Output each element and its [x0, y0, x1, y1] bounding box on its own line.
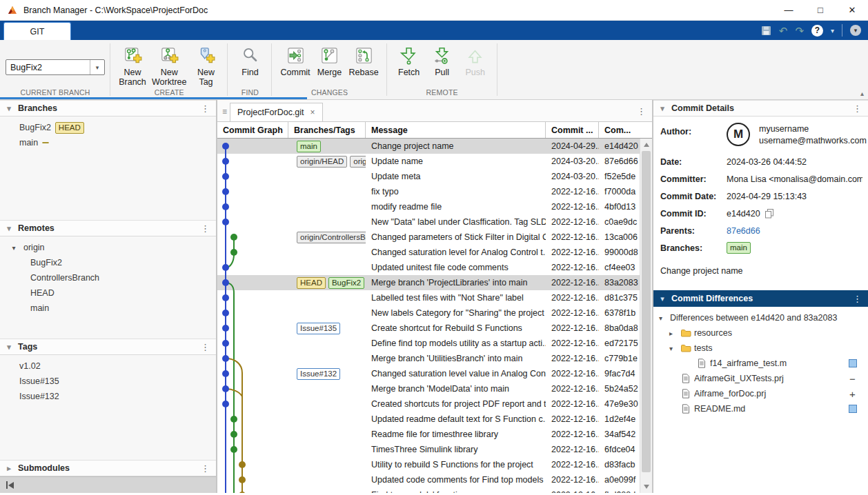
commit-row[interactable]: New "Data" label under Clasffication. Ta… [217, 214, 652, 230]
commit-differences-header[interactable]: ▾ Commit Differences ⋮ [653, 290, 868, 307]
diff-tree-item[interactable]: Differences between e14d420 and 83a2083 [653, 310, 868, 325]
toolstrip-button[interactable]: Commit [277, 43, 313, 77]
toolstrip-button[interactable]: Rebase [346, 43, 382, 77]
toolstrip-button[interactable]: New Branch [116, 43, 149, 87]
commit-row[interactable]: Merge branch 'ModelData' into main 2022-… [217, 381, 652, 396]
current-branch-combobox[interactable]: BugFix2 ▾ [6, 59, 105, 75]
kebab-menu-icon[interactable]: ⋮ [201, 103, 210, 114]
tab-git[interactable]: GIT [3, 22, 71, 40]
commit-row[interactable]: Updated readme default text for S Functi… [217, 412, 652, 427]
commit-row[interactable]: Merge branch 'UtilitiesBranch' into main… [217, 351, 652, 366]
commit-row[interactable]: TimesThree Simulink library 2022-12-16..… [217, 442, 652, 457]
close-tab-icon[interactable]: × [310, 108, 315, 117]
commit-row[interactable]: Find top models' function 2022-12-16... … [217, 487, 652, 493]
help-icon[interactable]: ? [811, 25, 823, 37]
column-header[interactable]: Com... [599, 122, 640, 138]
tag-item[interactable]: Issue#132 [0, 389, 216, 404]
commit-row[interactable]: modify readme file 2022-12-16... 4bf0d13 [217, 199, 652, 214]
vertical-scrollbar[interactable] [640, 139, 652, 493]
commit-row[interactable]: Issue#132 Changed saturation level value… [217, 366, 652, 381]
commit-row[interactable]: Updated unitest file code comments 2022-… [217, 260, 652, 275]
parent-commit-link[interactable]: 87e6d66 [727, 226, 760, 236]
document-list-icon[interactable]: ≡ [222, 107, 227, 117]
submodules-section-header[interactable]: ▸ Submodules ⋮ [0, 460, 216, 476]
scroll-down-arrow[interactable] [640, 481, 652, 492]
remote-branch-item[interactable]: ControllersBranch [0, 270, 216, 285]
commit-row[interactable]: Update meta 2024-03-20... f52e5de [217, 169, 652, 184]
combobox-dropdown-icon[interactable]: ▾ [90, 60, 104, 74]
column-header[interactable]: Branches/Tags [288, 122, 366, 138]
commit-row[interactable]: Labelled test files with "Not Share" lab… [217, 290, 652, 305]
expander-icon[interactable] [659, 314, 670, 322]
commit-details-header[interactable]: ▾ Commit Details ⋮ [653, 100, 868, 117]
toolstrip-button[interactable]: Merge [313, 43, 346, 77]
commit-row[interactable]: origin/HEAD origin/main Update name 2024… [217, 154, 652, 169]
sidebar-collapse-strip[interactable] [0, 476, 216, 493]
toolstrip-button[interactable]: Fetch [393, 43, 426, 77]
commit-row[interactable]: origin/ControllersBranch Changed paramet… [217, 230, 652, 245]
diff-tree-item[interactable]: f14_airframe_test.m [653, 356, 868, 371]
repository-document-tab[interactable]: ProjectForDoc.git × [230, 103, 323, 121]
collapse-ribbon-button[interactable]: ▾ [850, 25, 861, 36]
commit-row[interactable]: New labels Category for "Sharing" the pr… [217, 305, 652, 321]
collapse-icon[interactable]: ▾ [0, 224, 18, 233]
commit-row[interactable]: Created shortcuts for project PDF report… [217, 396, 652, 412]
remotes-section-header[interactable]: ▾ Remotes ⋮ [0, 220, 216, 236]
branch-item[interactable]: main [0, 135, 216, 150]
toolstrip-button[interactable]: Pull [426, 43, 459, 77]
remote-branch-item[interactable]: BugFix2 [0, 255, 216, 270]
maximize-button[interactable]: □ [805, 0, 836, 20]
undo-icon[interactable]: ↶ [779, 26, 788, 36]
diff-tree-item[interactable]: README.md [653, 401, 868, 416]
diff-tree-item[interactable]: Aiframe_forDoc.prj [653, 386, 868, 401]
minimize-button[interactable]: — [773, 0, 805, 20]
commit-row[interactable]: Define find top models utility as a star… [217, 336, 652, 351]
kebab-menu-icon[interactable]: ⋮ [637, 106, 646, 117]
commit-row[interactable]: main Change project name 2024-04-29... e… [217, 139, 652, 154]
kebab-menu-icon[interactable]: ⋮ [201, 223, 210, 234]
scroll-up-arrow[interactable] [640, 139, 652, 150]
collapse-icon[interactable]: ▾ [0, 104, 18, 113]
collapse-toolstrip-icon[interactable]: ▴ [860, 90, 864, 97]
commit-row[interactable]: Utility to rebuild S Functions for the p… [217, 457, 652, 472]
close-button[interactable]: ✕ [836, 0, 868, 20]
commit-row[interactable]: Issue#135 Create shortcut for Rebuild S … [217, 321, 652, 336]
copy-icon[interactable] [765, 208, 774, 219]
remote-origin-item[interactable]: ▾ origin [0, 240, 216, 255]
expander-icon[interactable] [669, 345, 680, 352]
tag-item[interactable]: v1.02 [0, 358, 216, 374]
column-header[interactable]: Message [366, 122, 546, 138]
diff-tree-item[interactable]: resources [653, 325, 868, 341]
redo-icon[interactable]: ↷ [795, 26, 804, 36]
remote-branch-item[interactable]: main [0, 301, 216, 316]
expander-icon[interactable]: ▾ [8, 244, 19, 252]
expander-icon[interactable] [669, 330, 680, 337]
toolstrip-button[interactable]: New Worktree [149, 43, 189, 87]
diff-tree-item[interactable]: tests [653, 341, 868, 356]
tag-item[interactable]: Issue#135 [0, 374, 216, 389]
help-dropdown-icon[interactable]: ▾ [831, 27, 834, 34]
column-header[interactable]: Commit ... [546, 122, 599, 138]
kebab-menu-icon[interactable]: ⋮ [853, 294, 862, 304]
commit-row[interactable]: Updated code comments for Find top model… [217, 472, 652, 487]
commit-row[interactable]: HEAD BugFix2 origin/BugFix2 Merge branch… [217, 275, 652, 290]
tags-section-header[interactable]: ▾ Tags ⋮ [0, 339, 216, 355]
remote-branch-item[interactable]: HEAD [0, 285, 216, 301]
scrollbar-thumb[interactable] [642, 151, 651, 472]
save-icon[interactable] [761, 26, 771, 36]
commit-row[interactable]: fix typo 2022-12-16... f7000da [217, 184, 652, 199]
collapse-icon[interactable]: ▾ [653, 104, 671, 113]
kebab-menu-icon[interactable]: ⋮ [201, 342, 210, 352]
kebab-menu-icon[interactable]: ⋮ [853, 103, 862, 114]
toolstrip-button[interactable]: Push [459, 43, 492, 77]
diff-tree-item[interactable]: AiframeGit_UXTests.prj [653, 371, 868, 386]
branches-section-header[interactable]: ▾ Branches ⋮ [0, 100, 216, 117]
collapse-icon[interactable]: ▾ [0, 343, 18, 352]
commit-row[interactable]: Changed saturation level for Analog Cont… [217, 245, 652, 260]
branch-item[interactable]: BugFix2 HEAD [0, 120, 216, 135]
kebab-menu-icon[interactable]: ⋮ [201, 463, 210, 474]
collapse-icon[interactable]: ▾ [653, 294, 671, 303]
toolstrip-button[interactable]: New Tag [189, 43, 222, 87]
commit-row[interactable]: Readme file for timesthree library 2022-… [217, 427, 652, 442]
collapse-icon[interactable]: ▸ [0, 464, 18, 473]
